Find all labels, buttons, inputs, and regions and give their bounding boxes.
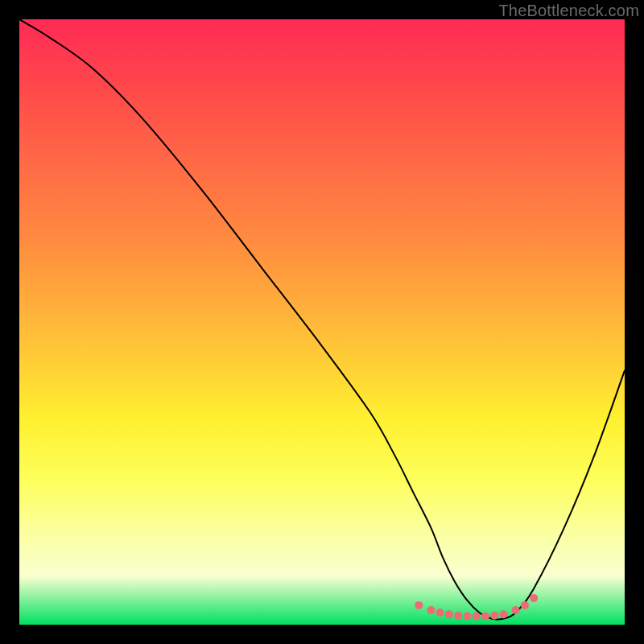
valley-marker (481, 613, 489, 621)
valley-marker (454, 612, 462, 620)
valley-marker (490, 612, 498, 620)
valley-marker (530, 594, 538, 602)
valley-marker (464, 613, 472, 621)
valley-marker-group (415, 594, 538, 621)
watermark-text: TheBottleneck.com (498, 2, 639, 20)
bottleneck-curve-line (19, 19, 625, 619)
valley-marker (436, 609, 444, 617)
valley-marker (415, 601, 423, 609)
valley-marker (521, 601, 529, 609)
valley-marker (445, 610, 453, 618)
plot-area (19, 19, 625, 625)
bottleneck-chart: TheBottleneck.com (0, 0, 644, 644)
valley-marker (512, 606, 520, 614)
chart-svg (19, 19, 625, 625)
valley-marker (500, 610, 508, 618)
valley-marker (427, 606, 435, 614)
valley-marker (473, 613, 481, 621)
